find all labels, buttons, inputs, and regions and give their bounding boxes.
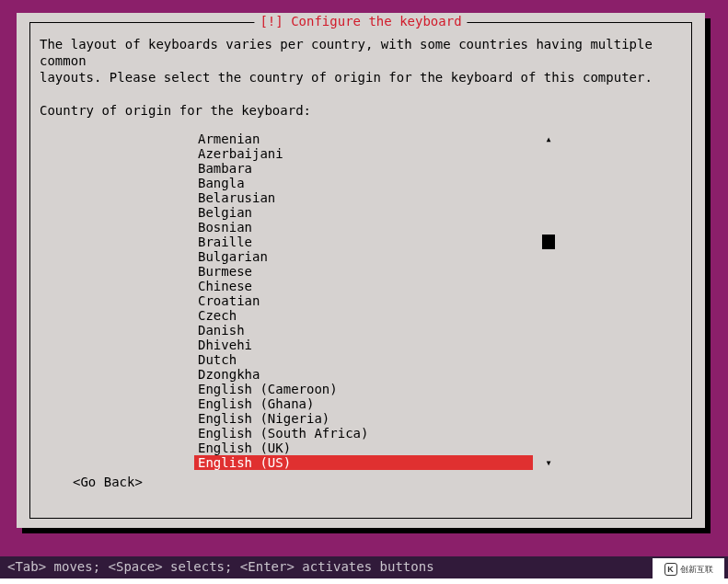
scroll-track bbox=[542, 396, 555, 411]
go-back-button[interactable]: <Go Back> bbox=[73, 475, 143, 488]
scroll-track bbox=[542, 176, 555, 190]
scroll-track bbox=[542, 426, 555, 441]
list-item[interactable]: English (South Africa) bbox=[194, 426, 533, 441]
scroll-track bbox=[542, 146, 555, 161]
list-item[interactable]: Armenian bbox=[194, 132, 533, 146]
watermark-text: 创新互联 bbox=[680, 566, 713, 574]
configure-keyboard-dialog: [!] Configure the keyboard The layout of… bbox=[17, 13, 705, 528]
list-item[interactable]: Chinese bbox=[194, 279, 533, 293]
dialog-description-line1: The layout of keyboards varies per count… bbox=[40, 36, 682, 69]
list-item[interactable]: Bosnian bbox=[194, 220, 533, 235]
list-item[interactable]: Czech bbox=[194, 308, 533, 323]
scroll-track bbox=[542, 411, 555, 426]
list-item[interactable]: Danish bbox=[194, 323, 533, 338]
list-item[interactable]: English (Cameroon) bbox=[194, 382, 533, 396]
scroll-track bbox=[542, 190, 555, 205]
scroll-track bbox=[542, 382, 555, 396]
list-item[interactable]: Dzongkha bbox=[194, 367, 533, 382]
dialog-description-line2: layouts. Please select the country of or… bbox=[40, 69, 682, 86]
list-scrollbar[interactable]: ▴▾ bbox=[542, 132, 555, 470]
scroll-track bbox=[542, 367, 555, 382]
scroll-track bbox=[542, 352, 555, 367]
hint-bar: <Tab> moves; <Space> selects; <Enter> ac… bbox=[0, 556, 728, 578]
list-item[interactable]: Bulgarian bbox=[194, 249, 533, 264]
list-item[interactable]: Burmese bbox=[194, 264, 533, 279]
scroll-track bbox=[542, 441, 555, 455]
list-item[interactable]: Azerbaijani bbox=[194, 146, 533, 161]
scroll-track bbox=[542, 338, 555, 352]
dialog-frame: [!] Configure the keyboard The layout of… bbox=[29, 22, 692, 519]
keyboard-layout-list[interactable]: ArmenianAzerbaijaniBambaraBanglaBelarusi… bbox=[194, 132, 581, 470]
watermark: K 创新互联 bbox=[653, 558, 724, 580]
list-item[interactable]: English (Nigeria) bbox=[194, 411, 533, 426]
scroll-track bbox=[542, 161, 555, 176]
list-item[interactable]: Braille bbox=[194, 235, 533, 249]
list-item[interactable]: English (UK) bbox=[194, 441, 533, 455]
list-item[interactable]: Dutch bbox=[194, 352, 533, 367]
dialog-prompt: Country of origin for the keyboard: bbox=[40, 102, 682, 119]
scroll-track bbox=[542, 205, 555, 220]
dialog-title: [!] Configure the keyboard bbox=[254, 15, 467, 28]
scroll-track bbox=[542, 264, 555, 279]
scroll-track bbox=[542, 293, 555, 308]
scroll-track bbox=[542, 308, 555, 323]
list-item[interactable]: English (US) bbox=[194, 455, 533, 470]
watermark-logo-icon: K bbox=[664, 563, 677, 576]
scroll-up-icon[interactable]: ▴ bbox=[542, 132, 555, 146]
scroll-track bbox=[542, 323, 555, 338]
list-item[interactable]: English (Ghana) bbox=[194, 396, 533, 411]
scroll-thumb[interactable] bbox=[542, 235, 555, 249]
installer-screen: [!] Configure the keyboard The layout of… bbox=[0, 0, 728, 556]
scroll-track bbox=[542, 279, 555, 293]
list-item[interactable]: Dhivehi bbox=[194, 338, 533, 352]
scroll-track bbox=[542, 249, 555, 264]
scroll-down-icon[interactable]: ▾ bbox=[542, 455, 555, 470]
scroll-track bbox=[542, 220, 555, 235]
list-item[interactable]: Belarusian bbox=[194, 190, 533, 205]
list-item[interactable]: Belgian bbox=[194, 205, 533, 220]
list-item[interactable]: Bangla bbox=[194, 176, 533, 190]
list-item[interactable]: Croatian bbox=[194, 293, 533, 308]
list-item[interactable]: Bambara bbox=[194, 161, 533, 176]
